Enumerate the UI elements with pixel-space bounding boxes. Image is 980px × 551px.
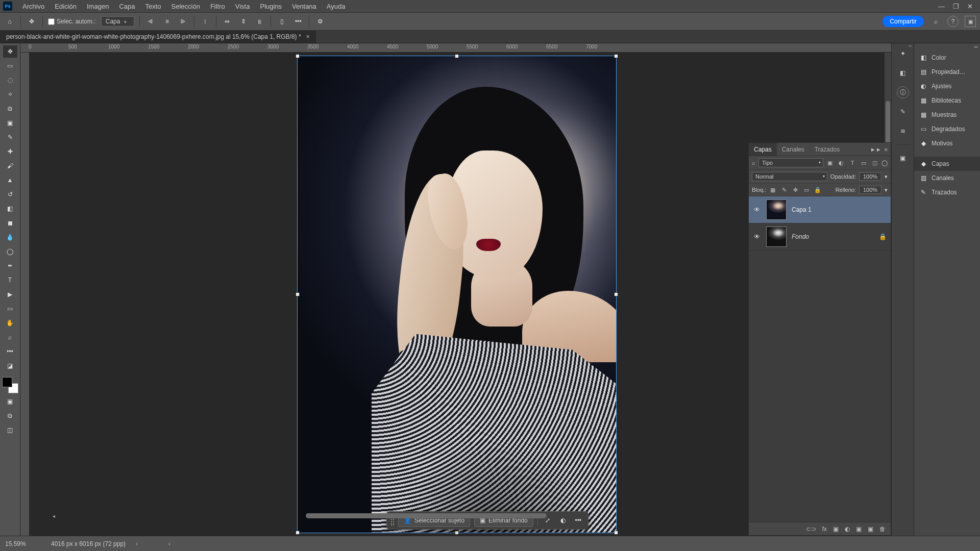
lasso-tool-icon[interactable]: ◌ — [3, 74, 17, 86]
extra-mode-icon[interactable]: ◫ — [3, 424, 17, 436]
ruler-vertical[interactable] — [20, 53, 30, 536]
history-brush-tool-icon[interactable]: ↺ — [3, 188, 17, 201]
ruler-horizontal[interactable]: 0 500 1000 1500 2000 2500 3000 3500 4000… — [20, 43, 891, 53]
fill-input[interactable]: 100% — [859, 186, 881, 194]
gear-icon[interactable]: ⚙ — [314, 16, 326, 27]
menu-ayuda[interactable]: Ayuda — [322, 3, 351, 10]
tab-trazados[interactable]: Trazados — [810, 143, 845, 156]
chevron-down-icon[interactable]: ▾ — [885, 173, 888, 180]
more-tools-icon[interactable]: ••• — [3, 345, 17, 358]
link-layers-icon[interactable]: ⊂⊃ — [806, 525, 816, 533]
menu-capa[interactable]: Capa — [114, 3, 140, 10]
document-tab[interactable]: person-black-and-white-girl-woman-white-… — [0, 31, 316, 43]
panel-layers[interactable]: ◆Capas — [914, 157, 980, 171]
filter-pixel-icon[interactable]: ▣ — [826, 160, 834, 166]
new-layer-icon[interactable]: ▣ — [868, 525, 873, 533]
panel-strip-collapse-icon[interactable]: ‹‹ — [914, 43, 980, 51]
image-frame[interactable]: 👤 Seleccionar sujeto ▣ Eliminar fondo ⤢ … — [298, 56, 616, 533]
visibility-toggle-icon[interactable]: 👁 — [753, 233, 761, 240]
lock-pixels-icon[interactable]: ✎ — [780, 187, 788, 193]
panel-collapse-icon[interactable]: ►► — [870, 146, 881, 153]
tab-canales[interactable]: Canales — [777, 143, 810, 156]
layer-filter-type-dropdown[interactable]: Tipo — [758, 158, 823, 167]
menu-ventana[interactable]: Ventana — [287, 3, 322, 10]
share-button[interactable]: Compartir — [883, 16, 924, 27]
quick-mask-icon[interactable]: ▣ — [3, 395, 17, 408]
dock-expand-icon[interactable]: ›› — [909, 43, 912, 48]
menu-vista[interactable]: Vista — [230, 3, 255, 10]
add-mask-icon[interactable]: ▣ — [833, 525, 839, 533]
dock-icon[interactable]: ✦ — [897, 47, 909, 60]
layer-name[interactable]: Capa 1 — [792, 206, 812, 213]
distribute-spacing-icon[interactable]: ⫼ — [254, 16, 265, 27]
layer-row[interactable]: 👁 Fondo 🔒 — [749, 223, 891, 251]
opacity-input[interactable]: 100% — [859, 172, 881, 181]
workspace-switch-icon[interactable]: ▣ — [965, 16, 976, 27]
dock-icon[interactable]: ≋ — [897, 125, 909, 137]
more-align-icon[interactable]: ••• — [292, 16, 304, 27]
window-minimize[interactable]: — — [938, 3, 945, 10]
tab-capas[interactable]: Capas — [749, 143, 777, 156]
type-tool-icon[interactable]: T — [3, 274, 17, 286]
dodge-tool-icon[interactable]: ◯ — [3, 245, 17, 258]
chevron-down-icon[interactable]: ▾ — [885, 187, 888, 193]
menu-texto[interactable]: Texto — [140, 3, 166, 10]
filter-type-icon[interactable]: T — [849, 160, 856, 166]
stamp-tool-icon[interactable]: ▲ — [3, 174, 17, 186]
home-icon[interactable]: ⌂ — [4, 16, 15, 27]
search-icon[interactable]: ⌕ — [930, 16, 941, 27]
menu-imagen[interactable]: Imagen — [82, 3, 114, 10]
move-tool-icon[interactable]: ✥ — [3, 45, 17, 58]
panel-properties[interactable]: ▤Propiedad… — [914, 65, 980, 79]
menu-filtro[interactable]: Filtro — [205, 3, 230, 10]
path-select-tool-icon[interactable]: ▶ — [3, 288, 17, 300]
lock-artboard-icon[interactable]: ▭ — [803, 187, 810, 193]
distribute-v-icon[interactable]: ⇕ — [238, 16, 249, 27]
window-maximize[interactable]: ❐ — [953, 3, 959, 10]
auto-select-checkbox[interactable] — [48, 18, 55, 25]
lock-transparency-icon[interactable]: ▦ — [769, 187, 776, 193]
menu-edicion[interactable]: Edición — [50, 3, 82, 10]
panel-menu-icon[interactable]: ≡ — [885, 146, 888, 153]
gradient-tool-icon[interactable]: ◼ — [3, 217, 17, 229]
blur-tool-icon[interactable]: 💧 — [3, 231, 17, 243]
panel-adjustments[interactable]: ◐Ajustes — [914, 79, 980, 93]
auto-select-check[interactable]: Selec. autom.: — [48, 18, 96, 25]
align-left-icon[interactable]: ⫷ — [145, 16, 156, 27]
crop-tool-icon[interactable]: ⧉ — [3, 103, 17, 115]
shape-tool-icon[interactable]: ▭ — [3, 303, 17, 315]
align-hcenter-icon[interactable]: ≡ — [161, 16, 173, 27]
layer-row[interactable]: 👁 Capa 1 — [749, 196, 891, 223]
distribute-h-icon[interactable]: ⇔ — [222, 16, 233, 27]
menu-plugins[interactable]: Plugins — [255, 3, 287, 10]
panel-patterns[interactable]: ◆Motivos — [914, 136, 980, 151]
panel-gradients[interactable]: ▭Degradados — [914, 122, 980, 136]
screen-mode-icon[interactable]: ⧉ — [3, 410, 17, 422]
layer-thumbnail[interactable] — [766, 199, 787, 220]
healing-tool-icon[interactable]: ✚ — [3, 145, 17, 158]
lock-icon[interactable]: 🔒 — [878, 233, 887, 240]
pen-tool-icon[interactable]: ✒ — [3, 260, 17, 272]
brush-tool-icon[interactable]: 🖌 — [3, 160, 17, 172]
edit-toolbar-icon[interactable]: ◪ — [3, 360, 17, 372]
window-close[interactable]: ✕ — [967, 3, 973, 10]
lock-position-icon[interactable]: ✥ — [792, 187, 799, 193]
horizontal-scrollbar[interactable]: ◂ ▸ — [50, 512, 802, 519]
eyedropper-tool-icon[interactable]: ✎ — [3, 131, 17, 143]
dock-icon[interactable]: ⓘ — [897, 86, 909, 98]
layer-effects-icon[interactable]: fx — [822, 525, 827, 533]
align-right-icon[interactable]: ⫸ — [178, 16, 189, 27]
panel-libraries[interactable]: ▦Bibliotecas — [914, 93, 980, 108]
visibility-toggle-icon[interactable]: 👁 — [753, 206, 761, 213]
lock-all-icon[interactable]: 🔒 — [814, 187, 821, 193]
help-icon[interactable]: ? — [947, 16, 959, 27]
layer-thumbnail[interactable] — [766, 227, 787, 247]
quick-select-tool-icon[interactable]: ✧ — [3, 88, 17, 101]
filter-toggle-icon[interactable]: ◯ — [881, 160, 888, 166]
panel-paths[interactable]: ✎Trazados — [914, 185, 980, 199]
marquee-tool-icon[interactable]: ▭ — [3, 60, 17, 72]
filter-adjust-icon[interactable]: ◐ — [838, 160, 845, 166]
hand-tool-icon[interactable]: ✋ — [3, 317, 17, 329]
move-tool-icon[interactable]: ✥ — [26, 16, 37, 27]
foreground-background-swatch[interactable] — [2, 377, 18, 393]
